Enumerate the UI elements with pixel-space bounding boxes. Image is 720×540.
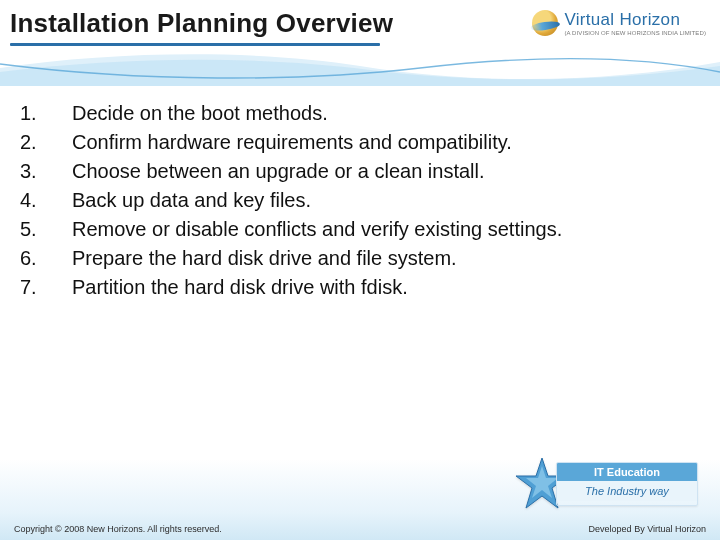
list-item: 4. Back up data and key files. [20, 189, 562, 212]
list-item-text: Prepare the hard disk drive and file sys… [72, 247, 562, 270]
header-wave-icon [0, 48, 720, 86]
footer: Copyright © 2008 New Horizons. All right… [0, 500, 720, 540]
list-item-number: 1. [20, 102, 72, 125]
ordered-list: 1. Decide on the boot methods. 2. Confir… [20, 96, 562, 305]
title-underline [10, 43, 380, 46]
list-item-text: Remove or disable conflicts and verify e… [72, 218, 562, 241]
list-item-text: Partition the hard disk drive with fdisk… [72, 276, 562, 299]
footer-copyright: Copyright © 2008 New Horizons. All right… [14, 524, 222, 534]
brand-name: Virtual Horizon [564, 11, 706, 28]
list-item-text: Choose between an upgrade or a clean ins… [72, 160, 562, 183]
list-item-text: Decide on the boot methods. [72, 102, 562, 125]
list-item: 7. Partition the hard disk drive with fd… [20, 276, 562, 299]
list-item-number: 6. [20, 247, 72, 270]
content: 1. Decide on the boot methods. 2. Confir… [20, 96, 700, 305]
list-item-number: 4. [20, 189, 72, 212]
list-item-number: 5. [20, 218, 72, 241]
badge-title: IT Education [557, 463, 697, 481]
brand: Virtual Horizon (A DIVISION OF NEW HORIZ… [532, 10, 706, 36]
list-item: 2. Confirm hardware requirements and com… [20, 131, 562, 154]
slide: Installation Planning Overview Virtual H… [0, 0, 720, 540]
badge-subtitle: The Industry way [557, 481, 697, 501]
brand-text: Virtual Horizon (A DIVISION OF NEW HORIZ… [564, 11, 706, 36]
page-title: Installation Planning Overview [10, 8, 393, 39]
list-item: 5. Remove or disable conflicts and verif… [20, 218, 562, 241]
list-item: 1. Decide on the boot methods. [20, 102, 562, 125]
brand-logo-icon [532, 10, 558, 36]
list-item-text: Confirm hardware requirements and compat… [72, 131, 562, 154]
title-block: Installation Planning Overview [10, 8, 393, 46]
brand-subtext: (A DIVISION OF NEW HORIZONS INDIA LIMITE… [564, 30, 706, 36]
list-item-text: Back up data and key files. [72, 189, 562, 212]
list-item-number: 3. [20, 160, 72, 183]
list-item-number: 2. [20, 131, 72, 154]
footer-credit: Developed By Virtual Horizon [589, 524, 706, 534]
list-item-number: 7. [20, 276, 72, 299]
list-item: 3. Choose between an upgrade or a clean … [20, 160, 562, 183]
list-item: 6. Prepare the hard disk drive and file … [20, 247, 562, 270]
header: Installation Planning Overview Virtual H… [0, 0, 720, 46]
